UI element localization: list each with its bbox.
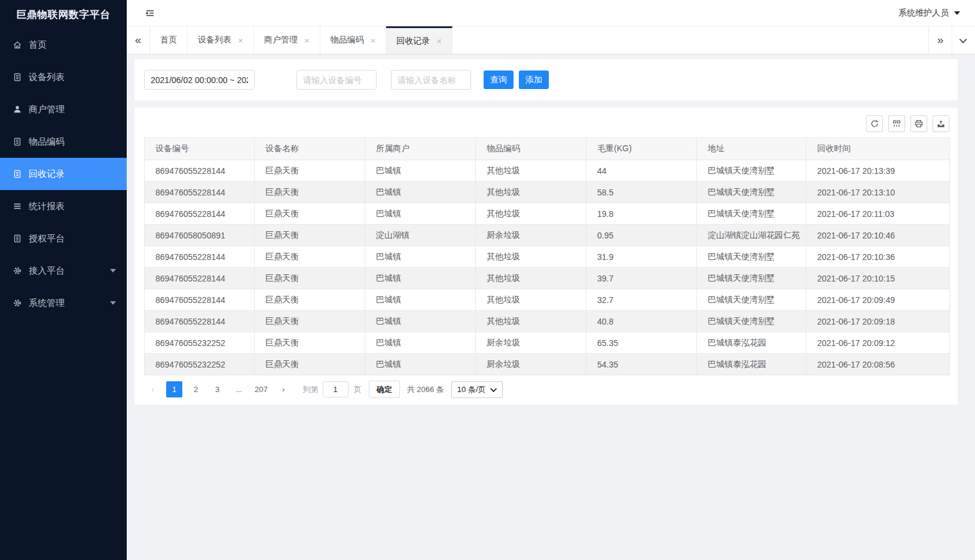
double-chevron-left-icon: «: [135, 33, 142, 47]
table-cell: 巴城镇: [365, 289, 476, 311]
tab-recycle-records[interactable]: 回收记录 ×: [386, 26, 453, 54]
table-cell: 869476055228144: [145, 246, 255, 268]
page-ellipsis: ...: [231, 381, 247, 397]
table-cell: 巴城镇: [365, 203, 476, 225]
content-area: 查询 添加: [127, 54, 975, 405]
export-button[interactable]: [933, 115, 949, 132]
confirm-page-button[interactable]: 确定: [369, 381, 400, 398]
export-icon: [936, 119, 946, 128]
sidebar-item-recycle-records[interactable]: 回收记录: [0, 158, 127, 190]
prev-page-button[interactable]: ‹: [145, 381, 161, 397]
sidebar-item-home[interactable]: 首页: [0, 29, 127, 61]
table-cell: 40.8: [586, 311, 697, 332]
table-cell: 869476058050891: [145, 225, 255, 246]
table-row: 869476055232252巨鼎天衡巴城镇厨余垃圾54.35巴城镇泰泓花园20…: [145, 354, 950, 375]
close-icon[interactable]: ×: [238, 36, 243, 45]
column-header: 设备编号: [145, 138, 255, 160]
table-panel: 设备编号 设备名称 所属商户 物品编码 毛重(KG) 地址 回收时间 86947…: [135, 108, 958, 405]
tab-home[interactable]: 首页: [150, 26, 188, 54]
table-cell: 2021-06-17 20:09:12: [806, 332, 950, 354]
column-header: 设备名称: [255, 138, 365, 160]
table-cell: 869476055228144: [145, 289, 255, 311]
table-cell: 巨鼎天衡: [255, 354, 365, 375]
device-id-input[interactable]: [297, 70, 377, 90]
goto-page-input[interactable]: [323, 381, 349, 397]
document-icon: [13, 137, 22, 146]
sidebar-item-statistics[interactable]: 统计报表: [0, 190, 127, 222]
device-name-input[interactable]: [391, 70, 471, 90]
table-cell: 巨鼎天衡: [255, 311, 365, 332]
app-title: 巨鼎物联网数字平台: [0, 0, 127, 29]
refresh-button[interactable]: [866, 115, 883, 132]
tab-item-codes[interactable]: 物品编码 ×: [320, 26, 387, 54]
table-cell: 2021-06-17 20:10:46: [806, 225, 950, 246]
records-table: 设备编号 设备名称 所属商户 物品编码 毛重(KG) 地址 回收时间 86947…: [144, 137, 950, 375]
close-icon[interactable]: ×: [304, 36, 310, 45]
page-number-button[interactable]: 207: [252, 381, 270, 397]
scroll-tabs-left-button[interactable]: «: [127, 26, 150, 54]
table-cell: 869476055228144: [145, 182, 255, 203]
filter-panel: 查询 添加: [135, 59, 958, 100]
sidebar-item-auth-platform[interactable]: 授权平台: [0, 222, 127, 255]
table-cell: 869476055232252: [145, 354, 255, 375]
sidebar: 巨鼎物联网数字平台 首页 设备列表 商户管理 物品编码 回收记录 统计报表 授权…: [0, 0, 127, 560]
table-cell: 巴城镇: [365, 182, 476, 203]
print-button[interactable]: [910, 115, 927, 132]
table-cell: 2021-06-17 20:09:49: [806, 289, 950, 311]
tab-merchant-mgmt[interactable]: 商户管理 ×: [254, 26, 320, 54]
table-cell: 巴城镇天使湾别墅: [697, 203, 806, 225]
columns-icon: [892, 119, 901, 128]
close-icon[interactable]: ×: [371, 36, 376, 45]
sidebar-item-label: 商户管理: [29, 104, 65, 115]
table-cell: 巨鼎天衡: [255, 268, 365, 289]
page-size-select[interactable]: 10 条/页: [451, 381, 503, 398]
table-cell: 869476055228144: [145, 203, 255, 225]
menu-fold-button[interactable]: [143, 7, 157, 20]
add-button[interactable]: 添加: [519, 71, 549, 89]
document-icon: [13, 72, 22, 82]
document-icon: [13, 234, 22, 243]
table-row: 869476055228144巨鼎天衡巴城镇其他垃圾19.8巴城镇天使湾别墅20…: [145, 203, 950, 225]
page-number-button[interactable]: 2: [188, 381, 204, 397]
chevron-right-icon: ›: [282, 385, 285, 394]
table-cell: 巴城镇: [365, 311, 476, 332]
table-cell: 巴城镇天使湾别墅: [697, 246, 806, 268]
close-icon[interactable]: ×: [436, 36, 442, 45]
tab-label: 商户管理: [264, 35, 298, 45]
table-cell: 巴城镇泰泓花园: [697, 354, 806, 375]
sidebar-item-access-platform[interactable]: 接入平台: [0, 255, 127, 287]
sidebar-item-merchant-mgmt[interactable]: 商户管理: [0, 93, 127, 126]
chevron-down-icon: [959, 35, 967, 43]
scroll-tabs-right-button[interactable]: »: [928, 26, 952, 54]
home-icon: [13, 40, 22, 50]
table-cell: 淀山湖镇淀山湖花园仁苑: [697, 225, 806, 246]
table-cell: 869476055228144: [145, 311, 255, 332]
table-cell: 巴城镇天使湾别墅: [697, 289, 806, 311]
columns-button[interactable]: [888, 115, 905, 132]
table-header-row: 设备编号 设备名称 所属商户 物品编码 毛重(KG) 地址 回收时间: [145, 138, 950, 160]
pagination-bar: ‹ 1 2 3 ... 207 › 到第 页 确定 共 2066 条 10 条/…: [135, 375, 958, 399]
page-number-button[interactable]: 3: [209, 381, 225, 397]
table-cell: 2021-06-17 20:08:56: [806, 354, 950, 375]
sidebar-item-system-mgmt[interactable]: 系统管理: [0, 287, 127, 319]
table-cell: 869476055228144: [145, 160, 255, 182]
column-header: 地址: [697, 138, 806, 160]
column-header: 物品编码: [476, 138, 586, 160]
tabs: 首页 设备列表 × 商户管理 × 物品编码 × 回收记录 ×: [150, 26, 928, 54]
table-cell: 厨余垃圾: [476, 332, 586, 354]
sidebar-item-item-codes[interactable]: 物品编码: [0, 126, 127, 158]
date-range-input[interactable]: [144, 70, 255, 90]
user-menu[interactable]: 系统维护人员: [898, 8, 960, 19]
tab-options-button[interactable]: [952, 26, 975, 54]
table-cell: 2021-06-17 20:10:15: [806, 268, 950, 289]
table-cell: 巴城镇: [365, 268, 476, 289]
sidebar-item-device-list[interactable]: 设备列表: [0, 61, 127, 93]
next-page-button[interactable]: ›: [276, 381, 292, 397]
gear-icon: [13, 266, 22, 276]
sidebar-item-label: 首页: [29, 39, 47, 51]
page-number-button[interactable]: 1: [166, 381, 182, 397]
sidebar-item-label: 回收记录: [29, 169, 65, 180]
search-button[interactable]: 查询: [484, 71, 514, 89]
tab-device-list[interactable]: 设备列表 ×: [188, 26, 254, 54]
table-cell: 巴城镇: [365, 246, 476, 268]
